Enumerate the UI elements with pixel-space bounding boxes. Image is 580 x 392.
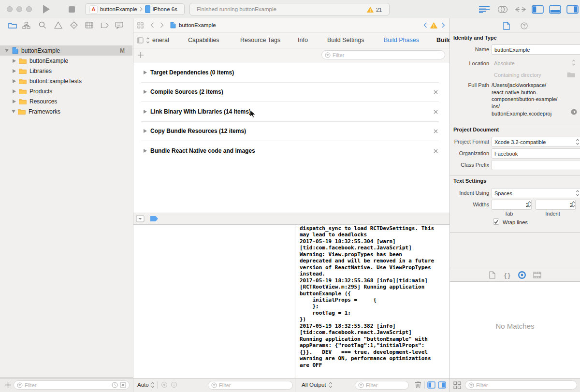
library-filter-field[interactable]: Filter (465, 380, 577, 390)
issue-warning-icon[interactable] (430, 22, 437, 29)
tab-info[interactable]: Info (298, 32, 308, 48)
toggle-utilities-button[interactable] (566, 5, 579, 14)
variables-filter-field[interactable]: Filter (208, 381, 293, 390)
indent-using-dropdown[interactable]: Spaces (492, 188, 580, 198)
console-scope-label[interactable]: All Output (302, 382, 326, 388)
object-library-tab[interactable] (518, 271, 526, 279)
window-minimize-button[interactable] (16, 6, 22, 12)
source-control-navigator-icon[interactable] (22, 22, 30, 29)
disclosure-closed-icon[interactable] (13, 89, 16, 93)
navigator-item-buttonexample[interactable]: buttonExample (0, 56, 132, 66)
window-close-button[interactable] (7, 6, 13, 12)
tab-general[interactable]: eneral (152, 32, 169, 48)
phase-disclosure-icon[interactable] (144, 110, 147, 114)
phase-copy-bundle-resources[interactable]: Copy Bundle Resources (12 items) (150, 128, 246, 134)
version-editor-button[interactable] (514, 6, 527, 13)
test-navigator-icon[interactable] (70, 21, 78, 29)
forward-icon[interactable] (160, 22, 164, 28)
project-format-dropdown[interactable]: Xcode 3.2-compatible (492, 137, 580, 147)
recent-clock-icon[interactable] (112, 382, 118, 388)
project-navigator-icon[interactable] (8, 22, 17, 29)
tab-width-field[interactable]: 2 (492, 200, 532, 210)
tab-resource-tags[interactable]: Resource Tags (240, 32, 280, 48)
file-template-library-tab[interactable] (489, 271, 495, 279)
organization-field[interactable]: Facebook (492, 148, 580, 159)
hide-debug-area-button[interactable] (136, 215, 145, 222)
scope-chooser-icon[interactable] (151, 381, 155, 389)
phase-target-dependencies[interactable]: Target Dependencies (0 items) (150, 69, 234, 76)
console-filter-field[interactable]: Filter (355, 381, 409, 390)
media-library-tab[interactable] (533, 272, 541, 278)
snippets-library-tab[interactable]: { } (504, 272, 510, 279)
warning-count[interactable]: 21 (376, 7, 382, 13)
disclosure-open-icon[interactable] (5, 49, 9, 52)
scheme-selector[interactable]: A buttonExample iPhone 6s (85, 3, 185, 15)
phase-bundle-react-native[interactable]: Bundle React Native code and images (150, 147, 255, 154)
navigator-item-resources[interactable]: Resources (0, 96, 132, 106)
warning-icon[interactable] (367, 7, 374, 13)
search-navigator-icon[interactable] (39, 21, 46, 29)
wrap-lines-checkbox[interactable] (493, 218, 499, 225)
run-button[interactable] (43, 5, 50, 14)
stop-button[interactable] (69, 6, 75, 13)
disclosure-closed-icon[interactable] (13, 69, 16, 73)
report-navigator-icon[interactable] (115, 22, 123, 29)
navigator-item-libraries[interactable]: Libraries (0, 66, 132, 76)
location-value[interactable]: Absolute (494, 60, 515, 66)
phase-disclosure-icon[interactable] (144, 90, 147, 94)
delete-phase-icon[interactable] (434, 149, 438, 153)
library-grid-icon[interactable] (453, 381, 461, 389)
navigator-item-buttonexampletests[interactable]: buttonExampleTests (0, 76, 132, 86)
add-phase-icon[interactable] (137, 52, 144, 58)
open-path-arrow-icon[interactable] (571, 109, 577, 115)
toggle-navigator-button[interactable] (532, 5, 544, 14)
show-console-view-button[interactable] (438, 381, 446, 389)
delete-phase-icon[interactable] (434, 110, 438, 114)
clear-console-icon[interactable] (415, 381, 421, 389)
navigator-project-row[interactable]: buttonExample M (0, 45, 132, 56)
disclosure-closed-icon[interactable] (13, 79, 16, 83)
navigator-filter-field[interactable]: Filter (14, 380, 130, 390)
window-zoom-button[interactable] (26, 6, 32, 12)
pane-icon[interactable] (137, 37, 144, 44)
navigator-item-products[interactable]: Products (0, 86, 132, 96)
toggle-debug-area-button[interactable] (549, 5, 562, 14)
indent-width-field[interactable]: 2 (536, 200, 576, 210)
next-issue-icon[interactable] (441, 22, 445, 28)
disclosure-closed-icon[interactable] (13, 59, 16, 63)
jumpbar-title[interactable]: buttonExample (179, 22, 216, 28)
show-variables-view-button[interactable] (427, 381, 435, 389)
output-chooser-icon[interactable] (329, 381, 333, 389)
assistant-editor-button[interactable] (497, 5, 508, 14)
scheme-name[interactable]: buttonExample (100, 6, 137, 12)
related-items-icon[interactable] (137, 22, 144, 29)
phase-filter-field[interactable]: Filter (321, 50, 445, 59)
file-inspector-tab[interactable] (503, 22, 510, 30)
variables-scope-label[interactable]: Auto (137, 382, 149, 388)
scheme-device[interactable]: iPhone 6s (153, 6, 177, 12)
disclosure-open-icon[interactable] (12, 110, 15, 113)
delete-phase-icon[interactable] (434, 129, 438, 133)
tab-build-settings[interactable]: Build Settings (327, 32, 364, 48)
tab-build-rules[interactable]: Build (436, 32, 450, 48)
navigator-item-frameworks[interactable]: Frameworks (0, 106, 132, 116)
name-field[interactable]: buttonExample (492, 44, 580, 55)
standard-editor-button[interactable] (478, 6, 490, 13)
disclosure-closed-icon[interactable] (13, 100, 16, 103)
class-prefix-field[interactable] (492, 160, 580, 170)
breakpoints-toggle-icon[interactable] (150, 216, 159, 222)
issue-navigator-icon[interactable] (54, 21, 62, 29)
delete-phase-icon[interactable] (434, 90, 438, 94)
breakpoint-navigator-icon[interactable] (101, 22, 109, 29)
phase-link-binary[interactable]: Link Binary With Libraries (14 items) (150, 108, 251, 115)
phase-disclosure-icon[interactable] (144, 149, 147, 153)
tab-capabilities[interactable]: Capabilities (188, 32, 219, 48)
tab-build-phases[interactable]: Build Phases (384, 32, 419, 48)
target-chooser-icon[interactable] (146, 37, 150, 44)
tab-width-stepper[interactable] (527, 200, 532, 208)
add-icon[interactable] (4, 381, 12, 389)
phase-compile-sources[interactable]: Compile Sources (2 items) (150, 88, 223, 95)
back-icon[interactable] (150, 22, 154, 28)
previous-issue-icon[interactable] (423, 22, 427, 28)
console-output[interactable]: dispatch_sync to load RCTDevSettings. Th… (300, 225, 447, 368)
